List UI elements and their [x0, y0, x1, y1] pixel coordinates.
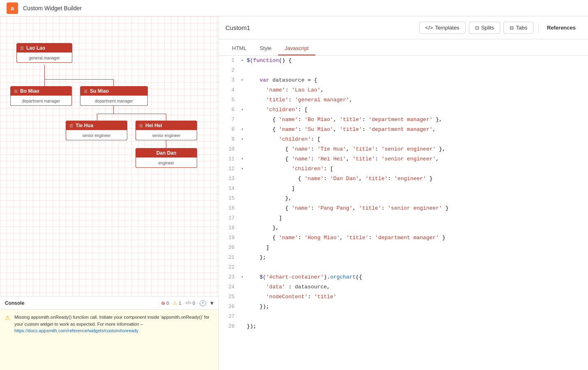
clock-icon: 🕐 [199, 300, 206, 306]
node-tie-hua-body: senior engineer [66, 130, 127, 140]
node-hei-hei: ☰ Hei Hei senior engineer [136, 121, 197, 140]
node-bo-miao-body: department manager [11, 96, 71, 105]
tab-html[interactable]: HTML [225, 42, 253, 55]
connector-v1 [44, 65, 45, 79]
code-content: { 'name': 'Pang Pang', 'title': 'senior … [245, 204, 588, 213]
app-title: Custom Widget Builder [23, 5, 82, 11]
node-dan-dan-name: Dan Dan [156, 150, 177, 156]
code-content: }, [245, 224, 588, 233]
node-su-miao-title: department manager [95, 99, 133, 103]
code-line: 3▾ var datasource = { [219, 75, 588, 85]
line-number: 9 [219, 135, 239, 144]
node-dan-dan-body: engineer [136, 158, 197, 167]
code-line: 8▾ { 'name': 'Su Miao', 'title': 'depart… [219, 125, 588, 135]
tab-style[interactable]: Style [253, 42, 278, 55]
node-lao-lao-header: ☰ Lao Lao [17, 43, 72, 53]
code-content: ] [245, 214, 588, 223]
code-editor[interactable]: 1▾$(function() {23▾ var datasource = {4 … [219, 56, 588, 370]
node-su-miao: ☰ Su Miao department manager [80, 86, 148, 106]
node-su-miao-header: ☰ Su Miao [80, 87, 147, 96]
code-line: 9▾ 'children': [ [219, 135, 588, 144]
node-bo-miao: ☰ Bo Miao department manager [10, 86, 72, 106]
connector-h1 [44, 79, 113, 80]
splits-icon: ⊡ [475, 25, 479, 31]
console-link[interactable]: https://docs.appsmith.com/reference/widg… [14, 328, 138, 333]
info-icon: </> [185, 301, 191, 305]
line-number: 6 [219, 105, 239, 114]
line-number: 2 [219, 66, 239, 75]
fold-arrow[interactable]: ▾ [239, 155, 245, 164]
code-content: $(function() { [245, 56, 588, 65]
line-number: 22 [219, 263, 239, 272]
code-content: }, [245, 194, 588, 203]
console-title: Console [5, 300, 24, 306]
line-number: 15 [219, 194, 239, 203]
error-badge: ⊗ 0 [161, 300, 169, 306]
code-line: 1▾$(function() { [219, 56, 588, 66]
references-button[interactable]: References [538, 22, 581, 33]
line-number: 10 [219, 145, 239, 154]
fold-arrow[interactable]: ▾ [239, 135, 245, 144]
warn-count: 1 [179, 301, 181, 306]
node-dan-dan: Dan Dan engineer [136, 148, 197, 168]
right-topbar: Custom1 </> Templates ⊡ Splits ⊟ Tabs Re… [219, 16, 588, 39]
chevron-down-icon[interactable]: ▾ [210, 299, 214, 307]
line-number: 5 [219, 96, 239, 105]
code-content: }); [245, 322, 588, 331]
info-badge: </> 0 [185, 301, 195, 306]
code-line: 15 }, [219, 194, 588, 203]
code-line: 27 [219, 312, 588, 322]
code-line: 23▾ $('#chart-container').orgchart({ [219, 272, 588, 282]
line-number: 3 [219, 76, 239, 85]
line-number: 25 [219, 292, 239, 301]
fold-arrow[interactable]: ▾ [239, 125, 245, 134]
node-hei-hei-header: ☰ Hei Hei [136, 121, 197, 130]
line-number: 14 [219, 184, 239, 193]
code-content: 'children': [ [245, 135, 588, 144]
code-content: 'data' : datasource, [245, 283, 588, 292]
node-tie-hua-name: Tie Hua [76, 123, 93, 128]
fold-arrow[interactable]: ▾ [239, 76, 245, 85]
code-content: 'children': [ [245, 105, 588, 114]
code-line: 21 }; [219, 253, 588, 263]
code-content: $('#chart-container').orgchart({ [245, 273, 588, 282]
node-dan-dan-header: Dan Dan [136, 148, 197, 158]
tabs-button[interactable]: ⊟ Tabs [503, 22, 533, 34]
warn-icon: ⚠ [173, 300, 177, 306]
node-tie-hua: ☰ Tie Hua senior engineer [66, 121, 127, 140]
fold-arrow[interactable]: ▾ [239, 56, 245, 65]
code-content: 'nodeContent': 'title' [245, 292, 588, 301]
error-icon: ⊗ [161, 300, 165, 306]
fold-arrow[interactable]: ▾ [239, 273, 245, 282]
left-panel: ☰ Lao Lao general manager ☰ Bo Miao depa… [0, 16, 219, 370]
line-number: 1 [219, 56, 239, 65]
node-menu-icon: ☰ [139, 123, 143, 128]
line-number: 7 [219, 115, 239, 124]
code-line: 16 { 'name': 'Pang Pang', 'title': 'seni… [219, 203, 588, 213]
node-lao-lao-title: general manager [29, 56, 60, 60]
code-content: 'children': [ [245, 164, 588, 174]
line-number: 18 [219, 224, 239, 233]
line-number: 12 [219, 164, 239, 174]
tabs-icon: ⊟ [510, 25, 514, 31]
fold-arrow[interactable]: ▾ [239, 105, 245, 114]
code-line: 20 ] [219, 243, 588, 253]
splits-button[interactable]: ⊡ Splits [469, 22, 501, 34]
connector-h2 [97, 114, 166, 114]
line-number: 11 [219, 155, 239, 164]
line-number: 27 [219, 312, 239, 321]
node-hei-hei-body: senior engineer [136, 130, 197, 140]
tab-javascript[interactable]: Javascript [278, 42, 315, 55]
code-line: 5 'title': 'general manager', [219, 95, 588, 105]
code-line: 28}); [219, 322, 588, 331]
templates-button[interactable]: </> Templates [419, 22, 466, 34]
node-bo-miao-title: department manager [22, 99, 60, 103]
code-line: 17 ] [219, 213, 588, 223]
code-content: { 'name': 'Su Miao', 'title': 'departmen… [245, 125, 588, 134]
fold-arrow[interactable]: ▾ [239, 164, 245, 174]
code-line: 26 }); [219, 302, 588, 312]
console-badges: ⊗ 0 ⚠ 1 </> 0 🕐 ▾ [161, 299, 214, 307]
node-dan-dan-title: engineer [158, 161, 175, 165]
node-hei-hei-name: Hei Hei [145, 123, 162, 128]
line-number: 17 [219, 214, 239, 223]
